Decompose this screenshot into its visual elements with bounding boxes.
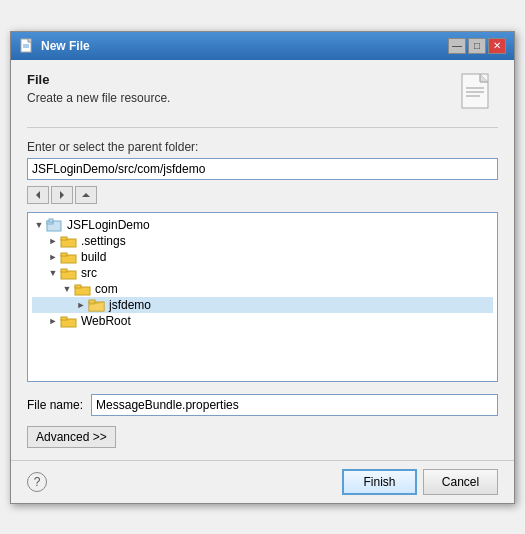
folder-open-icon bbox=[60, 266, 78, 280]
folder-icon bbox=[60, 234, 78, 248]
folder-icon bbox=[60, 250, 78, 264]
cancel-button[interactable]: Cancel bbox=[423, 469, 498, 495]
tree-forward-button[interactable] bbox=[51, 186, 73, 204]
dialog-body: File Create a new file resource. Enter o… bbox=[11, 60, 514, 460]
tree-item-label[interactable]: WebRoot bbox=[81, 314, 131, 328]
title-buttons: — □ ✕ bbox=[448, 38, 506, 54]
file-doc-icon bbox=[458, 72, 498, 123]
expand-icon[interactable]: ► bbox=[74, 298, 88, 312]
close-button[interactable]: ✕ bbox=[488, 38, 506, 54]
forward-arrow-icon bbox=[57, 190, 67, 200]
tree-item-label[interactable]: build bbox=[81, 250, 106, 264]
tree-item-label[interactable]: jsfdemo bbox=[109, 298, 151, 312]
up-arrow-icon bbox=[81, 190, 91, 200]
tree-up-button[interactable] bbox=[75, 186, 97, 204]
svg-rect-22 bbox=[61, 253, 67, 256]
file-name-row: File name: bbox=[27, 394, 498, 416]
expand-icon[interactable]: ► bbox=[46, 314, 60, 328]
folder-icon bbox=[60, 314, 78, 328]
tree-item-selected[interactable]: ► jsfdemo bbox=[32, 297, 493, 313]
tree-item[interactable]: ► .settings bbox=[32, 233, 493, 249]
folder-open-icon bbox=[88, 298, 106, 312]
expand-icon[interactable]: ► bbox=[46, 234, 60, 248]
section-title: File bbox=[27, 72, 438, 87]
expand-icon[interactable]: ▼ bbox=[60, 282, 74, 296]
finish-button[interactable]: Finish bbox=[342, 469, 417, 495]
svg-marker-14 bbox=[60, 191, 64, 199]
tree-item-label[interactable]: JSFLoginDemo bbox=[67, 218, 150, 232]
file-name-input[interactable] bbox=[91, 394, 498, 416]
folder-path-input[interactable] bbox=[27, 158, 498, 180]
tree-item[interactable]: ► build bbox=[32, 249, 493, 265]
svg-rect-30 bbox=[61, 317, 67, 320]
svg-rect-20 bbox=[61, 237, 67, 240]
tree-item[interactable]: ▼ com bbox=[32, 281, 493, 297]
dialog-title: New File bbox=[41, 39, 90, 53]
expand-icon[interactable]: ▼ bbox=[46, 266, 60, 280]
tree-item-label[interactable]: src bbox=[81, 266, 97, 280]
svg-rect-28 bbox=[89, 300, 95, 303]
project-icon bbox=[46, 218, 64, 232]
file-name-section: File name: bbox=[27, 394, 498, 416]
svg-marker-13 bbox=[36, 191, 40, 199]
advanced-section: Advanced >> bbox=[27, 426, 498, 448]
dialog-window: New File — □ ✕ File Create a new file re… bbox=[10, 31, 515, 504]
title-bar-left: New File bbox=[19, 38, 90, 54]
minimize-button[interactable]: — bbox=[448, 38, 466, 54]
folder-open-icon bbox=[74, 282, 92, 296]
tree-item[interactable]: ▼ src bbox=[32, 265, 493, 281]
expand-icon[interactable]: ► bbox=[46, 250, 60, 264]
maximize-button[interactable]: □ bbox=[468, 38, 486, 54]
svg-rect-26 bbox=[75, 285, 81, 288]
expand-icon[interactable]: ▼ bbox=[32, 218, 46, 232]
file-name-label: File name: bbox=[27, 398, 83, 412]
tree-item[interactable]: ▼ JSFLoginDemo bbox=[32, 217, 493, 233]
title-bar: New File — □ ✕ bbox=[11, 32, 514, 60]
folder-label: Enter or select the parent folder: bbox=[27, 140, 498, 154]
advanced-button[interactable]: Advanced >> bbox=[27, 426, 116, 448]
tree-view[interactable]: ▼ JSFLoginDemo ► .settings ► bbox=[27, 212, 498, 382]
tree-item-label[interactable]: com bbox=[95, 282, 118, 296]
svg-rect-24 bbox=[61, 269, 67, 272]
header-area: File Create a new file resource. bbox=[27, 72, 498, 128]
tree-back-button[interactable] bbox=[27, 186, 49, 204]
section-description: Create a new file resource. bbox=[27, 91, 438, 105]
dialog-footer: ? Finish Cancel bbox=[11, 460, 514, 503]
help-button[interactable]: ? bbox=[27, 472, 47, 492]
new-file-icon bbox=[19, 38, 35, 54]
svg-rect-18 bbox=[49, 219, 53, 222]
tree-item-label[interactable]: .settings bbox=[81, 234, 126, 248]
tree-item[interactable]: ► WebRoot bbox=[32, 313, 493, 329]
footer-buttons: Finish Cancel bbox=[342, 469, 498, 495]
svg-marker-15 bbox=[82, 193, 90, 197]
tree-toolbar bbox=[27, 186, 498, 204]
back-arrow-icon bbox=[33, 190, 43, 200]
